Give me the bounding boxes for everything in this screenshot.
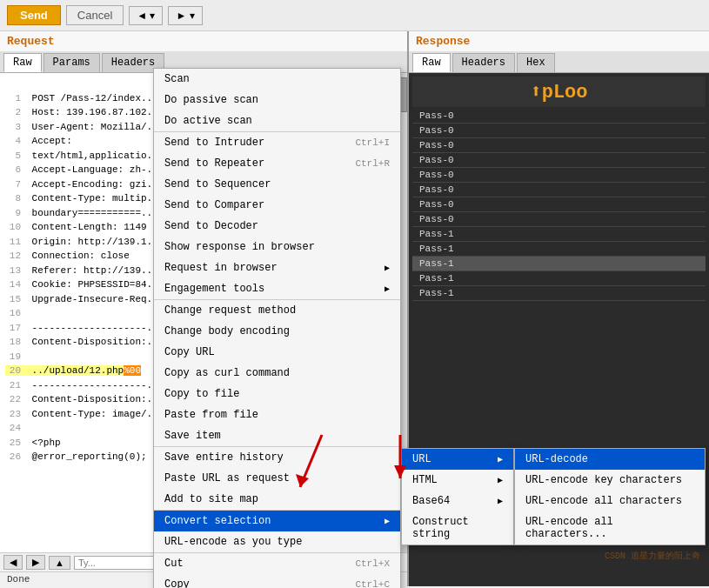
submenu-encode-all-unicode[interactable]: URL-encode all characters... — [515, 511, 705, 545]
menu-change-method[interactable]: Change request method — [154, 299, 400, 321]
menu-passive-scan[interactable]: Do passive scan — [154, 90, 400, 110]
menu-copy-url-label: Copy URL — [164, 346, 215, 358]
menu-scan-label: Scan — [164, 73, 190, 85]
submenu-construct-label: Construct string — [412, 516, 503, 540]
next-match-button[interactable]: ▶ — [26, 555, 45, 570]
shortcut-intruder: Ctrl+I — [355, 137, 390, 148]
list-item: Pass-0 — [412, 183, 706, 197]
submenu-decode-url[interactable]: URL-decode — [515, 449, 705, 470]
list-item: Pass-0 — [412, 153, 706, 168]
back-button[interactable]: ◄ ▾ — [129, 6, 163, 25]
menu-send-comparer[interactable]: Send to Comparer — [154, 195, 400, 216]
line-2: 2 Host: 139.196.87.102... — [5, 107, 164, 117]
menu-url-encode-type-label: URL-encode as you type — [164, 536, 302, 548]
tab-response-headers[interactable]: Headers — [452, 53, 515, 72]
menu-send-repeater-label: Send to Repeater — [164, 157, 264, 170]
menu-change-method-label: Change request method — [164, 304, 296, 317]
submenu-encode-key[interactable]: URL-encode key characters — [515, 470, 705, 491]
menu-send-decoder[interactable]: Send to Decoder — [154, 216, 400, 237]
menu-active-scan[interactable]: Do active scan — [154, 110, 400, 131]
status-text: Done — [7, 574, 30, 585]
response-tabs: Raw Headers Hex — [409, 51, 709, 73]
menu-save-history[interactable]: Save entire history — [154, 446, 400, 468]
menu-copy-file-label: Copy to file — [164, 388, 239, 400]
menu-sequencer-label: Send to Sequencer — [164, 178, 271, 190]
search-input[interactable] — [74, 556, 161, 570]
list-item: Pass-1 — [412, 257, 706, 271]
menu-copy[interactable]: Copy Ctrl+C — [154, 574, 400, 588]
list-item: Pass-1 — [412, 227, 706, 242]
menu-convert-selection-label: Convert selection — [164, 515, 271, 527]
submenu-arrow-browser: ▶ — [385, 263, 390, 273]
submenu-url: URL ▶ HTML ▶ Base64 ▶ Construct string — [401, 448, 514, 545]
line-6: 6 Accept-Language: zh-... — [5, 164, 164, 175]
menu-save-history-label: Save entire history — [164, 451, 284, 464]
line-5: 5 text/html,applicatio... — [5, 150, 164, 161]
menu-change-encoding[interactable]: Change body encoding — [154, 321, 400, 342]
submenu-url-url[interactable]: URL ▶ — [402, 449, 513, 470]
response-header: ⬆pLoo — [412, 77, 706, 107]
submenu-html-label: HTML — [412, 474, 438, 486]
menu-engagement-tools-label: Engagement tools — [164, 283, 264, 295]
line-12: 12 Connection: close — [5, 251, 130, 261]
close-search-button[interactable]: ▲ — [49, 556, 70, 570]
shortcut-copy: Ctrl+C — [355, 579, 390, 588]
tab-response-raw[interactable]: Raw — [412, 53, 451, 72]
menu-copy-url[interactable]: Copy URL — [154, 342, 400, 363]
submenu-url-base64[interactable]: Base64 ▶ — [402, 491, 513, 511]
tab-raw[interactable]: Raw — [3, 53, 42, 72]
submenu-url-construct[interactable]: Construct string — [402, 511, 513, 545]
list-item: Pass-0 — [412, 138, 706, 153]
prev-match-button[interactable]: ◀ — [3, 555, 23, 570]
menu-active-scan-label: Do active scan — [164, 115, 252, 127]
forward-button[interactable]: ► ▾ — [168, 6, 202, 25]
menu-copy-file[interactable]: Copy to file — [154, 384, 400, 404]
menu-comparer-label: Send to Comparer — [164, 199, 264, 211]
list-item: Pass-0 — [412, 212, 706, 227]
menu-send-sequencer[interactable]: Send to Sequencer — [154, 174, 400, 195]
line-26: 26 @error_reporting(0); — [5, 451, 147, 462]
menu-show-response[interactable]: Show response in browser — [154, 237, 400, 257]
menu-engagement-tools[interactable]: Engagement tools ▶ — [154, 278, 400, 299]
submenu-base64-label: Base64 — [412, 495, 450, 507]
line-8: 8 Content-Type: multip... — [5, 193, 164, 204]
menu-scan[interactable]: Scan — [154, 69, 400, 90]
line-21: 21 --------------------... — [5, 380, 164, 391]
line-19: 19 — [5, 351, 32, 362]
menu-url-encode-type[interactable]: URL-encode as you type — [154, 531, 400, 552]
line-11: 11 Origin: http://139.1... — [5, 237, 164, 247]
submenu-url-html[interactable]: HTML ▶ — [402, 470, 513, 491]
menu-add-sitemap-label: Add to site map — [164, 493, 258, 505]
submenu-encode-all[interactable]: URL-encode all characters — [515, 491, 705, 511]
response-title: Response — [409, 31, 709, 51]
menu-paste-file[interactable]: Paste from file — [154, 404, 400, 425]
line-20: 20 ../upload/12.php%00 — [5, 365, 141, 376]
submenu-url-label: URL — [412, 453, 431, 465]
line-22: 22 Content-Disposition:... — [5, 394, 164, 404]
cancel-button[interactable]: Cancel — [66, 5, 124, 25]
menu-cut-label: Cut — [164, 558, 184, 570]
menu-request-browser[interactable]: Request in browser ▶ — [154, 257, 400, 278]
menu-save-item[interactable]: Save item — [154, 425, 400, 446]
line-1: 1 POST /Pass-12/index.... — [5, 93, 164, 104]
toolbar: Send Cancel ◄ ▾ ► ▾ — [0, 0, 709, 31]
list-item: Pass-0 — [412, 168, 706, 183]
menu-copy-curl-label: Copy as curl command — [164, 367, 290, 379]
menu-send-intruder[interactable]: Send to Intruder Ctrl+I — [154, 131, 400, 153]
menu-send-repeater[interactable]: Send to Repeater Ctrl+R — [154, 153, 400, 174]
menu-add-sitemap[interactable]: Add to site map — [154, 489, 400, 510]
menu-copy-curl[interactable]: Copy as curl command — [154, 363, 400, 384]
tab-response-hex[interactable]: Hex — [517, 53, 555, 72]
submenu-url-arrow: ▶ — [498, 454, 503, 464]
list-item: Pass-1 — [412, 286, 706, 301]
send-button[interactable]: Send — [7, 5, 61, 25]
menu-cut[interactable]: Cut Ctrl+X — [154, 552, 400, 574]
menu-convert-selection[interactable]: Convert selection ▶ — [154, 510, 400, 531]
submenu-encode-all-unicode-label: URL-encode all characters... — [525, 516, 694, 540]
context-menu: Scan Do passive scan Do active scan Send… — [153, 68, 401, 588]
menu-request-browser-label: Request in browser — [164, 262, 278, 274]
menu-paste-url[interactable]: Paste URL as request — [154, 468, 400, 489]
submenu-decode: URL-decode URL-encode key characters URL… — [514, 448, 706, 545]
tab-params[interactable]: Params — [43, 53, 100, 72]
watermark: CSDN 追星力量的阳上奇 — [605, 550, 700, 562]
